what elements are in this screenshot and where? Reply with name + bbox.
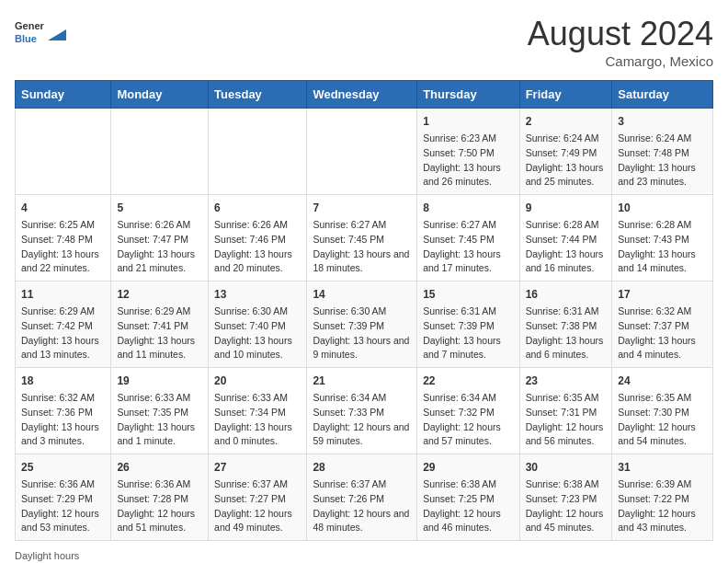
calendar-table: SundayMondayTuesdayWednesdayThursdayFrid… <box>15 80 713 541</box>
calendar-week-row: 11Sunrise: 6:29 AMSunset: 7:42 PMDayligh… <box>16 282 713 368</box>
day-info: Sunrise: 6:29 AMSunset: 7:42 PMDaylight:… <box>21 304 105 362</box>
day-info: Sunrise: 6:30 AMSunset: 7:40 PMDaylight:… <box>214 304 301 362</box>
page-header: General Blue August 2024 Camargo, Mexico <box>15 15 713 69</box>
day-info: Sunrise: 6:34 AMSunset: 7:32 PMDaylight:… <box>423 391 513 449</box>
calendar-cell: 13Sunrise: 6:30 AMSunset: 7:40 PMDayligh… <box>209 282 307 368</box>
day-info: Sunrise: 6:35 AMSunset: 7:30 PMDaylight:… <box>618 391 707 449</box>
day-number: 22 <box>423 373 513 389</box>
day-info: Sunrise: 6:26 AMSunset: 7:46 PMDaylight:… <box>214 218 301 276</box>
calendar-cell: 11Sunrise: 6:29 AMSunset: 7:42 PMDayligh… <box>16 282 111 368</box>
calendar-week-row: 25Sunrise: 6:36 AMSunset: 7:29 PMDayligh… <box>16 454 713 541</box>
day-info: Sunrise: 6:29 AMSunset: 7:41 PMDaylight:… <box>117 304 202 362</box>
calendar-cell <box>111 109 209 195</box>
day-info: Sunrise: 6:38 AMSunset: 7:23 PMDaylight:… <box>526 477 607 535</box>
day-info: Sunrise: 6:24 AMSunset: 7:48 PMDaylight:… <box>618 132 707 190</box>
day-number: 11 <box>21 286 105 303</box>
day-info: Sunrise: 6:33 AMSunset: 7:34 PMDaylight:… <box>214 391 301 449</box>
day-info: Sunrise: 6:35 AMSunset: 7:31 PMDaylight:… <box>526 391 607 449</box>
day-info: Sunrise: 6:37 AMSunset: 7:26 PMDaylight:… <box>313 477 411 535</box>
month-title: August 2024 <box>528 15 713 53</box>
day-number: 1 <box>423 113 513 130</box>
calendar-cell: 24Sunrise: 6:35 AMSunset: 7:30 PMDayligh… <box>612 368 713 454</box>
day-number: 7 <box>313 200 411 216</box>
day-number: 16 <box>526 286 607 303</box>
calendar-cell: 22Sunrise: 6:34 AMSunset: 7:32 PMDayligh… <box>417 368 519 454</box>
calendar-cell: 1Sunrise: 6:23 AMSunset: 7:50 PMDaylight… <box>417 109 519 195</box>
svg-text:Blue: Blue <box>15 33 37 44</box>
calendar-week-row: 1Sunrise: 6:23 AMSunset: 7:50 PMDaylight… <box>16 109 713 195</box>
calendar-cell <box>16 109 111 195</box>
logo-arrow-icon <box>48 22 66 40</box>
day-number: 15 <box>423 286 513 303</box>
calendar-cell: 15Sunrise: 6:31 AMSunset: 7:39 PMDayligh… <box>417 282 519 368</box>
calendar-cell: 31Sunrise: 6:39 AMSunset: 7:22 PMDayligh… <box>612 454 713 541</box>
day-number: 6 <box>214 200 301 216</box>
calendar-cell: 9Sunrise: 6:28 AMSunset: 7:44 PMDaylight… <box>519 195 612 282</box>
day-number: 3 <box>618 113 707 130</box>
calendar-cell: 4Sunrise: 6:25 AMSunset: 7:48 PMDaylight… <box>16 195 111 282</box>
day-number: 18 <box>21 373 105 389</box>
weekday-header: Monday <box>111 81 209 109</box>
calendar-cell: 14Sunrise: 6:30 AMSunset: 7:39 PMDayligh… <box>307 282 417 368</box>
weekday-header: Friday <box>519 81 612 109</box>
day-number: 27 <box>214 459 301 476</box>
day-number: 9 <box>526 200 607 216</box>
day-number: 4 <box>21 200 105 216</box>
calendar-week-row: 18Sunrise: 6:32 AMSunset: 7:36 PMDayligh… <box>16 368 713 454</box>
calendar-cell: 10Sunrise: 6:28 AMSunset: 7:43 PMDayligh… <box>612 195 713 282</box>
day-info: Sunrise: 6:34 AMSunset: 7:33 PMDaylight:… <box>313 391 411 449</box>
day-info: Sunrise: 6:37 AMSunset: 7:27 PMDaylight:… <box>214 477 301 535</box>
calendar-cell: 3Sunrise: 6:24 AMSunset: 7:48 PMDaylight… <box>612 109 713 195</box>
calendar-cell: 17Sunrise: 6:32 AMSunset: 7:37 PMDayligh… <box>612 282 713 368</box>
day-number: 10 <box>618 200 707 216</box>
day-number: 29 <box>423 459 513 476</box>
calendar-cell: 30Sunrise: 6:38 AMSunset: 7:23 PMDayligh… <box>519 454 612 541</box>
calendar-cell: 16Sunrise: 6:31 AMSunset: 7:38 PMDayligh… <box>519 282 612 368</box>
day-info: Sunrise: 6:31 AMSunset: 7:38 PMDaylight:… <box>526 304 607 362</box>
day-number: 5 <box>117 200 202 216</box>
weekday-header: Tuesday <box>209 81 307 109</box>
calendar-cell: 6Sunrise: 6:26 AMSunset: 7:46 PMDaylight… <box>209 195 307 282</box>
day-info: Sunrise: 6:36 AMSunset: 7:28 PMDaylight:… <box>117 477 202 535</box>
calendar-cell: 8Sunrise: 6:27 AMSunset: 7:45 PMDaylight… <box>417 195 519 282</box>
day-number: 31 <box>618 459 707 476</box>
calendar-cell: 7Sunrise: 6:27 AMSunset: 7:45 PMDaylight… <box>307 195 417 282</box>
location: Camargo, Mexico <box>528 53 713 69</box>
day-number: 17 <box>618 286 707 303</box>
calendar-cell: 28Sunrise: 6:37 AMSunset: 7:26 PMDayligh… <box>307 454 417 541</box>
calendar-cell: 19Sunrise: 6:33 AMSunset: 7:35 PMDayligh… <box>111 368 209 454</box>
day-info: Sunrise: 6:27 AMSunset: 7:45 PMDaylight:… <box>423 218 513 276</box>
day-info: Sunrise: 6:24 AMSunset: 7:49 PMDaylight:… <box>526 132 607 190</box>
weekday-header: Saturday <box>612 81 713 109</box>
calendar-cell: 23Sunrise: 6:35 AMSunset: 7:31 PMDayligh… <box>519 368 612 454</box>
day-number: 28 <box>313 459 411 476</box>
day-info: Sunrise: 6:25 AMSunset: 7:48 PMDaylight:… <box>21 218 105 276</box>
day-number: 30 <box>526 459 607 476</box>
calendar-cell: 18Sunrise: 6:32 AMSunset: 7:36 PMDayligh… <box>16 368 111 454</box>
day-info: Sunrise: 6:27 AMSunset: 7:45 PMDaylight:… <box>313 218 411 276</box>
day-info: Sunrise: 6:28 AMSunset: 7:44 PMDaylight:… <box>526 218 607 276</box>
calendar-cell: 26Sunrise: 6:36 AMSunset: 7:28 PMDayligh… <box>111 454 209 541</box>
day-info: Sunrise: 6:36 AMSunset: 7:29 PMDaylight:… <box>21 477 105 535</box>
calendar-cell: 27Sunrise: 6:37 AMSunset: 7:27 PMDayligh… <box>209 454 307 541</box>
header-row: SundayMondayTuesdayWednesdayThursdayFrid… <box>16 81 713 109</box>
day-number: 19 <box>117 373 202 389</box>
day-number: 13 <box>214 286 301 303</box>
day-number: 14 <box>313 286 411 303</box>
day-info: Sunrise: 6:39 AMSunset: 7:22 PMDaylight:… <box>618 477 707 535</box>
day-info: Sunrise: 6:30 AMSunset: 7:39 PMDaylight:… <box>313 304 411 362</box>
weekday-header: Sunday <box>16 81 111 109</box>
weekday-header: Wednesday <box>307 81 417 109</box>
day-info: Sunrise: 6:28 AMSunset: 7:43 PMDaylight:… <box>618 218 707 276</box>
calendar-cell: 5Sunrise: 6:26 AMSunset: 7:47 PMDaylight… <box>111 195 209 282</box>
svg-marker-2 <box>48 29 66 40</box>
calendar-cell: 2Sunrise: 6:24 AMSunset: 7:49 PMDaylight… <box>519 109 612 195</box>
day-info: Sunrise: 6:33 AMSunset: 7:35 PMDaylight:… <box>117 391 202 449</box>
calendar-cell: 25Sunrise: 6:36 AMSunset: 7:29 PMDayligh… <box>16 454 111 541</box>
svg-text:General: General <box>15 20 44 31</box>
calendar-cell: 20Sunrise: 6:33 AMSunset: 7:34 PMDayligh… <box>209 368 307 454</box>
day-number: 8 <box>423 200 513 216</box>
calendar-cell <box>209 109 307 195</box>
day-info: Sunrise: 6:26 AMSunset: 7:47 PMDaylight:… <box>117 218 202 276</box>
calendar-cell: 12Sunrise: 6:29 AMSunset: 7:41 PMDayligh… <box>111 282 209 368</box>
